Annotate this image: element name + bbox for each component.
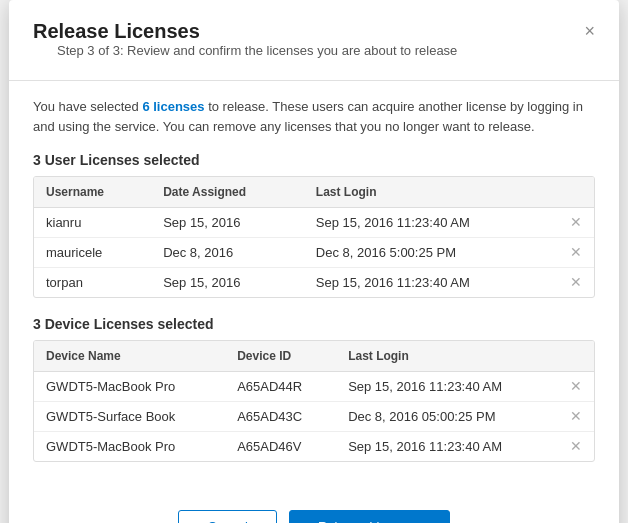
device-last-login: Dec 8, 2016 05:00:25 PM: [336, 402, 558, 432]
close-button[interactable]: ×: [584, 22, 595, 40]
release-licenses-dialog: Release Licenses Step 3 of 3: Review and…: [9, 0, 619, 523]
user-last-login: Sep 15, 2016 11:23:40 AM: [304, 268, 558, 298]
user-date-assigned: Sep 15, 2016: [151, 268, 304, 298]
user-username: torpan: [34, 268, 151, 298]
user-username: kianru: [34, 208, 151, 238]
user-remove-cell: ✕: [558, 238, 594, 268]
user-last-login: Sep 15, 2016 11:23:40 AM: [304, 208, 558, 238]
device-section-title: 3 Device Licenses selected: [33, 316, 595, 332]
remove-user-button[interactable]: ✕: [570, 215, 582, 229]
device-remove-cell: ✕: [558, 432, 594, 462]
table-row: GWDT5-MacBook Pro A65AD44R Sep 15, 2016 …: [34, 372, 594, 402]
user-col-date: Date Assigned: [151, 177, 304, 208]
dialog-subtitle: Step 3 of 3: Review and confirm the lice…: [33, 43, 481, 70]
device-id: A65AD44R: [225, 372, 336, 402]
device-id: A65AD46V: [225, 432, 336, 462]
device-col-remove: [558, 341, 594, 372]
user-licenses-table: Username Date Assigned Last Login kianru…: [34, 177, 594, 297]
cancel-button[interactable]: Cancel: [178, 510, 276, 523]
user-remove-cell: ✕: [558, 268, 594, 298]
device-id: A65AD43C: [225, 402, 336, 432]
device-col-login: Last Login: [336, 341, 558, 372]
device-last-login: Sep 15, 2016 11:23:40 AM: [336, 372, 558, 402]
device-remove-cell: ✕: [558, 372, 594, 402]
device-name: GWDT5-MacBook Pro: [34, 432, 225, 462]
device-name: GWDT5-MacBook Pro: [34, 372, 225, 402]
device-licenses-table: Device Name Device ID Last Login GWDT5-M…: [34, 341, 594, 461]
table-row: GWDT5-Surface Book A65AD43C Dec 8, 2016 …: [34, 402, 594, 432]
user-col-remove: [558, 177, 594, 208]
remove-device-button[interactable]: ✕: [570, 379, 582, 393]
remove-user-button[interactable]: ✕: [570, 275, 582, 289]
release-licenses-button[interactable]: Release Licenses: [289, 510, 450, 523]
user-col-username: Username: [34, 177, 151, 208]
user-col-login: Last Login: [304, 177, 558, 208]
info-text: You have selected 6 licenses to release.…: [33, 97, 595, 136]
user-remove-cell: ✕: [558, 208, 594, 238]
remove-user-button[interactable]: ✕: [570, 245, 582, 259]
user-username: mauricele: [34, 238, 151, 268]
remove-device-button[interactable]: ✕: [570, 409, 582, 423]
table-row: kianru Sep 15, 2016 Sep 15, 2016 11:23:4…: [34, 208, 594, 238]
table-row: torpan Sep 15, 2016 Sep 15, 2016 11:23:4…: [34, 268, 594, 298]
dialog-title: Release Licenses: [33, 20, 481, 43]
user-date-assigned: Sep 15, 2016: [151, 208, 304, 238]
user-licenses-table-container: Username Date Assigned Last Login kianru…: [33, 176, 595, 298]
table-row: mauricele Dec 8, 2016 Dec 8, 2016 5:00:2…: [34, 238, 594, 268]
table-row: GWDT5-MacBook Pro A65AD46V Sep 15, 2016 …: [34, 432, 594, 462]
device-name: GWDT5-Surface Book: [34, 402, 225, 432]
remove-device-button[interactable]: ✕: [570, 439, 582, 453]
user-date-assigned: Dec 8, 2016: [151, 238, 304, 268]
device-col-name: Device Name: [34, 341, 225, 372]
device-col-id: Device ID: [225, 341, 336, 372]
device-table-header-row: Device Name Device ID Last Login: [34, 341, 594, 372]
user-last-login: Dec 8, 2016 5:00:25 PM: [304, 238, 558, 268]
dialog-header: Release Licenses Step 3 of 3: Review and…: [9, 0, 619, 80]
device-last-login: Sep 15, 2016 11:23:40 AM: [336, 432, 558, 462]
info-highlight: 6 licenses: [142, 99, 204, 114]
device-remove-cell: ✕: [558, 402, 594, 432]
info-prefix: You have selected: [33, 99, 142, 114]
dialog-footer: Cancel Release Licenses: [9, 496, 619, 523]
device-licenses-table-container: Device Name Device ID Last Login GWDT5-M…: [33, 340, 595, 462]
user-table-header-row: Username Date Assigned Last Login: [34, 177, 594, 208]
dialog-body: You have selected 6 licenses to release.…: [9, 81, 619, 496]
user-section-title: 3 User Licenses selected: [33, 152, 595, 168]
